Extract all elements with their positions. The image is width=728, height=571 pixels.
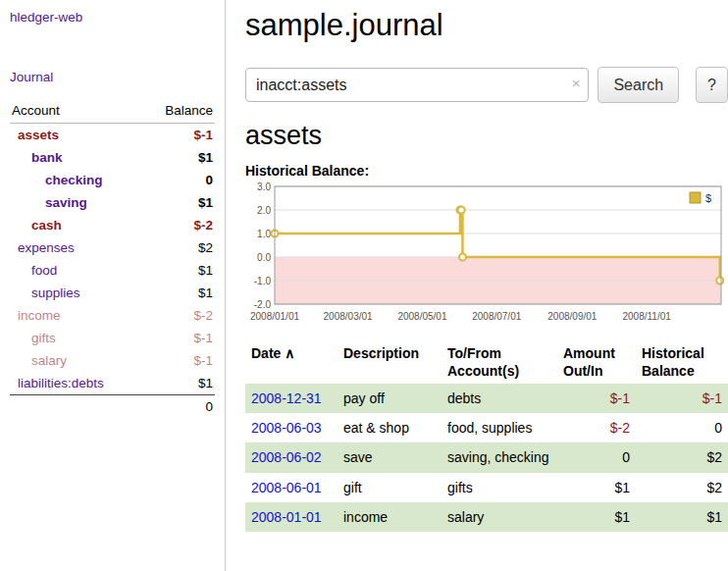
svg-text:2.0: 2.0 [257, 205, 271, 216]
svg-text:3.0: 3.0 [257, 182, 271, 192]
account-link-saving[interactable]: saving [45, 195, 87, 210]
date-column-header[interactable]: Date∧ [245, 341, 338, 384]
page-title: sample.journal [245, 8, 728, 43]
register-table: Date∧ Description To/From Account(s) Amo… [245, 341, 728, 532]
account-link-checking[interactable]: checking [45, 173, 103, 187]
account-row: income $-2 [10, 304, 215, 327]
transaction-amount: 0 [557, 442, 636, 472]
account-row: liabilities:debts $1 [10, 372, 215, 395]
account-row: food $1 [10, 259, 215, 282]
account-link-bank[interactable]: bank [31, 150, 63, 165]
chart-title-label: Historical Balance: [245, 163, 728, 179]
transaction-accounts: food, supplies [442, 413, 557, 442]
account-row: assets $-1 [10, 124, 215, 147]
transaction-description: eat & shop [338, 413, 442, 442]
transaction-date-link[interactable]: 2008-06-02 [251, 449, 322, 465]
svg-text:2008/09/01: 2008/09/01 [547, 311, 597, 322]
account-balance: $-1 [143, 124, 215, 147]
transaction-date-link[interactable]: 2008-12-31 [251, 390, 322, 406]
transaction-description: income [338, 502, 442, 532]
transaction-date-link[interactable]: 2008-06-03 [251, 420, 322, 436]
account-row: salary $-1 [10, 349, 215, 372]
register-row: 2008-06-02 save saving, checking 0 $2 [245, 442, 728, 472]
balance-column-header: Balance [143, 100, 215, 124]
account-link-cash[interactable]: cash [31, 218, 62, 233]
description-column-header: Description [338, 341, 442, 384]
clear-search-icon[interactable]: × [572, 76, 581, 90]
account-link-salary[interactable]: salary [31, 353, 67, 368]
account-balance: $1 [143, 282, 215, 304]
balance-header-line2: Balance [642, 363, 695, 379]
account-balance: $-2 [143, 214, 215, 236]
sidebar-item-journal[interactable]: Journal [10, 70, 53, 84]
account-balance: $-2 [143, 304, 215, 327]
search-bar: × Search ? [245, 67, 728, 103]
amount-header-line1: Amount [563, 345, 615, 361]
date-header-label: Date [251, 345, 281, 361]
account-link-liabilities-debts[interactable]: liabilities:debts [18, 376, 104, 390]
account-column-header: Account [10, 100, 143, 124]
svg-text:0.0: 0.0 [257, 252, 271, 263]
transaction-accounts: gifts [442, 473, 557, 502]
search-button[interactable]: Search [598, 67, 679, 103]
sort-ascending-icon: ∧ [285, 345, 294, 361]
account-link-gifts[interactable]: gifts [31, 331, 56, 345]
search-input[interactable] [245, 68, 589, 102]
transaction-amount: $-2 [557, 413, 636, 442]
svg-text:2008/01/01: 2008/01/01 [250, 311, 299, 322]
account-link-assets[interactable]: assets [18, 128, 59, 142]
accounts-column-header: To/From Account(s) [442, 341, 557, 384]
account-heading: assets [245, 121, 728, 151]
transaction-amount: $1 [557, 473, 636, 502]
transaction-balance: $-1 [636, 384, 728, 413]
account-row: checking 0 [10, 169, 215, 191]
balance-total: 0 [143, 395, 215, 419]
account-row: saving $1 [10, 191, 215, 214]
account-balance: $2 [143, 236, 215, 259]
app-title-link[interactable]: hledger-web [10, 10, 82, 25]
historical-balance-chart: 3.02.01.00.0-1.0-2.02008/01/012008/03/01… [245, 181, 726, 328]
account-balance: $1 [143, 191, 215, 214]
svg-text:2008/11/01: 2008/11/01 [623, 311, 672, 322]
transaction-amount: $1 [557, 502, 636, 532]
help-button[interactable]: ? [696, 67, 728, 103]
svg-text:2008/03/01: 2008/03/01 [324, 311, 373, 322]
amount-column-header: Amount Out/In [557, 341, 636, 384]
account-balance-table: Account Balance assets $-1 bank $1 check… [10, 100, 215, 418]
account-row: cash $-2 [10, 214, 215, 236]
balance-header-line1: Historical [642, 345, 704, 361]
account-balance: $1 [143, 372, 215, 395]
register-row: 2008-01-01 income salary $1 $1 [245, 502, 728, 532]
register-row: 2008-06-03 eat & shop food, supplies $-2… [245, 413, 728, 442]
accounts-header-line2: Account(s) [447, 363, 519, 379]
transaction-description: save [338, 442, 442, 472]
account-balance: $-1 [143, 327, 215, 349]
account-row: bank $1 [10, 146, 215, 169]
transaction-date-link[interactable]: 2008-06-01 [251, 480, 322, 495]
account-row: supplies $1 [10, 282, 215, 304]
account-link-food[interactable]: food [31, 263, 57, 278]
account-link-supplies[interactable]: supplies [31, 286, 80, 300]
transaction-balance: $1 [636, 502, 728, 532]
transaction-accounts: debts [442, 384, 557, 413]
register-row: 2008-06-01 gift gifts $1 $2 [245, 473, 728, 502]
transaction-date-link[interactable]: 2008-01-01 [251, 509, 322, 525]
balance-table-header-row: Account Balance [10, 100, 215, 124]
account-link-expenses[interactable]: expenses [18, 240, 75, 255]
transaction-balance: $2 [636, 473, 728, 502]
amount-header-line2: Out/In [563, 363, 602, 379]
account-balance: 0 [143, 169, 215, 191]
register-header-row: Date∧ Description To/From Account(s) Amo… [245, 341, 728, 384]
transaction-balance: $2 [636, 442, 728, 472]
sidebar: hledger-web Journal Account Balance asse… [0, 0, 226, 571]
account-balance: $-1 [143, 349, 215, 372]
svg-text:-2.0: -2.0 [254, 299, 272, 310]
main-content: sample.journal × Search ? assets Histori… [245, 0, 728, 532]
transaction-amount: $-1 [557, 384, 636, 413]
svg-text:$: $ [705, 192, 711, 204]
account-link-income[interactable]: income [18, 308, 61, 323]
transaction-accounts: saving, checking [442, 442, 557, 472]
transaction-description: gift [338, 473, 442, 502]
svg-text:2008/07/01: 2008/07/01 [472, 311, 521, 322]
svg-text:1.0: 1.0 [257, 229, 271, 239]
